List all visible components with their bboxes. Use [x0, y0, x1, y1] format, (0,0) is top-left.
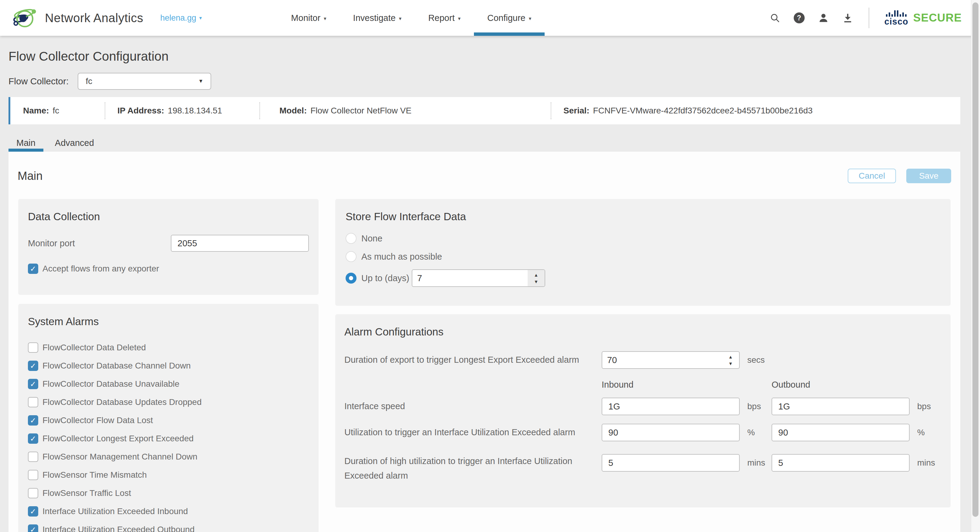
tab-main[interactable]: Main	[8, 134, 43, 152]
download-icon[interactable]	[842, 12, 853, 24]
device-name-field: Name: fc	[10, 102, 105, 119]
alarm-checkbox[interactable]	[28, 506, 38, 516]
header-divider	[869, 8, 869, 28]
page-content: Flow Collector Configuration Flow Collec…	[8, 49, 960, 532]
alarm-label: Interface Utilization Exceeded Inbound	[43, 507, 188, 516]
main-nav: Monitor ▾ Investigate ▾ Report ▾ Configu…	[278, 0, 545, 36]
alarm-checkbox[interactable]	[28, 524, 38, 532]
settings-columns: Data Collection Monitor port Accept flow…	[8, 199, 960, 532]
upto-days-input[interactable]	[412, 270, 528, 286]
alarm-checkbox[interactable]	[28, 360, 38, 371]
nav-item-configure[interactable]: Configure ▾	[474, 0, 545, 36]
alarm-option-row: FlowSensor Traffic Lost	[28, 484, 309, 502]
nav-item-monitor[interactable]: Monitor ▾	[278, 0, 339, 36]
alarm-option-row: FlowCollector Database Updates Dropped	[28, 393, 309, 411]
scrollbar-thumb[interactable]	[972, 2, 978, 517]
cancel-button[interactable]: Cancel	[848, 168, 896, 183]
save-button[interactable]: Save	[906, 168, 951, 183]
alarm-option-row: FlowCollector Database Channel Down	[28, 357, 309, 375]
alarm-label: FlowSensor Traffic Lost	[43, 488, 131, 498]
alarm-option-row: FlowCollector Longest Export Exceeded	[28, 429, 309, 448]
store-upto-radio[interactable]	[345, 273, 356, 284]
stepper-down-icon[interactable]: ▼	[534, 279, 539, 284]
alarm-checkbox[interactable]	[28, 397, 38, 407]
alarm-label: FlowSensor Management Channel Down	[43, 452, 197, 462]
alarm-option-row: FlowCollector Database Unavailable	[28, 375, 309, 393]
nav-label: Report	[428, 13, 455, 23]
high-util-duration-outbound-input[interactable]	[772, 454, 910, 472]
interface-speed-inbound-input[interactable]	[601, 398, 740, 415]
chevron-down-icon: ▾	[458, 16, 461, 22]
store-asmuch-radio[interactable]	[345, 251, 356, 262]
interface-speed-inbound-unit: bps	[740, 402, 772, 411]
accept-flows-checkbox[interactable]	[28, 264, 38, 274]
high-util-duration-inbound-input[interactable]	[601, 454, 740, 472]
alarm-checkbox[interactable]	[28, 379, 38, 389]
user-domain-menu[interactable]: helena.gg ▾	[160, 13, 202, 23]
interface-speed-outbound-unit: bps	[910, 402, 942, 411]
alarm-checkbox[interactable]	[28, 434, 38, 444]
alarm-option-row: FlowSensor Management Channel Down	[28, 448, 309, 466]
alarm-checkbox[interactable]	[28, 452, 38, 462]
utilization-threshold-row: Utilization to trigger an Interface Util…	[344, 424, 942, 441]
chevron-down-icon: ▾	[199, 15, 202, 21]
flow-collector-label: Flow Collector:	[8, 76, 68, 86]
export-duration-input[interactable]	[602, 352, 722, 368]
alarm-checkbox[interactable]	[28, 342, 38, 353]
chevron-down-icon: ▼	[199, 78, 204, 84]
utilization-outbound-input[interactable]	[772, 424, 910, 441]
monitor-port-input[interactable]	[171, 235, 309, 252]
alarm-checkbox[interactable]	[28, 470, 38, 480]
device-info-bar: Name: fc IP Address: 198.18.134.51 Model…	[8, 97, 960, 124]
help-icon[interactable]: ?	[794, 12, 805, 24]
high-utilization-duration-row: Duration of high utilization to trigger …	[344, 454, 942, 483]
card-header: Main Cancel Save	[8, 152, 960, 183]
device-ip-value: 198.18.134.51	[168, 106, 222, 116]
interface-speed-row: Interface speed bps bps	[344, 398, 942, 415]
store-option-asmuch-row: As much as possible	[345, 251, 940, 262]
store-flow-title: Store Flow Interface Data	[345, 211, 940, 222]
utilization-inbound-input[interactable]	[601, 424, 740, 441]
alarm-label: FlowCollector Database Updates Dropped	[43, 397, 202, 407]
alarm-option-row: Interface Utilization Exceeded Inbound	[28, 502, 309, 521]
alarm-config-title: Alarm Configurations	[344, 326, 942, 338]
alarm-label: FlowCollector Flow Data Lost	[43, 416, 153, 425]
device-model-field: Model: Flow Collector NetFlow VE	[259, 102, 551, 119]
alarm-checkbox[interactable]	[28, 488, 38, 498]
form-actions: Cancel Save	[848, 168, 951, 183]
store-none-radio[interactable]	[345, 233, 356, 244]
utilization-outbound-unit: %	[910, 428, 942, 437]
stepper-up-icon[interactable]: ▲	[729, 354, 733, 359]
inbound-column-header: Inbound	[601, 380, 772, 390]
stealthwatch-logo-icon	[11, 5, 37, 31]
alarm-option-row: FlowCollector Flow Data Lost	[28, 411, 309, 429]
nav-label: Monitor	[291, 13, 320, 23]
left-column: Data Collection Monitor port Accept flow…	[18, 199, 318, 532]
secure-wordmark: SECURE	[913, 11, 962, 24]
interface-speed-outbound-input[interactable]	[772, 398, 910, 415]
flow-collector-selected-value: fc	[86, 76, 92, 86]
alarm-checkbox[interactable]	[28, 415, 38, 426]
flow-collector-select[interactable]: fc ▼	[78, 73, 211, 90]
nav-label: Investigate	[353, 13, 396, 23]
device-name-value: fc	[53, 106, 59, 116]
device-model-value: Flow Collector NetFlow VE	[310, 106, 411, 116]
system-alarms-panel: System Alarms FlowCollector Data Deleted…	[18, 304, 318, 532]
stepper-up-icon[interactable]: ▲	[534, 273, 539, 277]
device-name-label: Name:	[23, 106, 49, 116]
alarm-label: FlowCollector Database Channel Down	[43, 361, 191, 371]
number-stepper: ▲ ▼	[528, 270, 545, 286]
alarm-option-row: FlowSensor Time Mismatch	[28, 466, 309, 484]
store-flow-interface-panel: Store Flow Interface Data None As much a…	[335, 199, 951, 306]
tab-bar: Main Advanced	[8, 134, 960, 152]
export-duration-row: Duration of export to trigger Longest Ex…	[344, 351, 942, 369]
tab-advanced[interactable]: Advanced	[47, 134, 102, 152]
nav-item-investigate[interactable]: Investigate ▾	[340, 0, 415, 36]
stepper-down-icon[interactable]: ▼	[729, 361, 733, 366]
section-heading: Main	[18, 170, 43, 183]
store-upto-label: Up to (days)	[361, 273, 409, 283]
nav-item-report[interactable]: Report ▾	[415, 0, 474, 36]
main-settings-card: Main Cancel Save Data Collection Monitor…	[8, 152, 960, 532]
user-icon[interactable]	[818, 12, 829, 24]
search-icon[interactable]	[769, 12, 781, 24]
